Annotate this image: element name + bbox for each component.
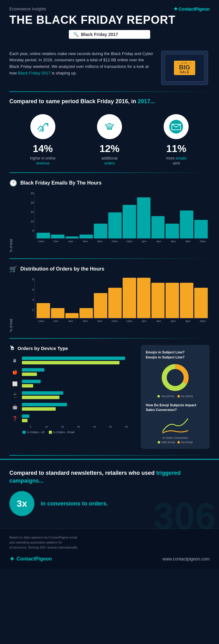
email-x-label-3: 6am — [79, 240, 92, 243]
orders-x-label-2: 4am — [64, 320, 78, 322]
emoji-section: Emojis in Subject Line?Emojis in Subject… — [141, 345, 210, 449]
email-chart-section: 🕐 Black Friday Emails By The Hours % of … — [0, 173, 219, 258]
orders-y-tick-4: 4 — [25, 298, 34, 301]
multiplier-circle: 3x — [9, 491, 34, 516]
search-bar-text: Black Friday 2017 — [81, 32, 118, 37]
footer-url: www.contactpigeon.com — [162, 556, 210, 561]
legend-email-label: % Orders - Email — [53, 431, 75, 434]
intro-text: Each year, online retailers make new rec… — [9, 51, 153, 77]
svg-rect-1 — [38, 130, 40, 132]
intro-highlight: Black Friday 2017 — [18, 71, 50, 75]
orders-bar-10 — [180, 283, 193, 318]
device-bars-0 — [22, 357, 135, 364]
search-bar[interactable]: 🔍 Black Friday 2017 — [69, 30, 150, 39]
device-icon-android: 🤖 — [9, 404, 20, 409]
orders-x-label-1: 2am — [49, 320, 63, 322]
email-bar-8 — [151, 216, 165, 239]
bird-icon: ✦ — [173, 6, 178, 13]
basket-icon — [103, 120, 116, 134]
email-bar-3 — [79, 235, 93, 238]
axis-20: 20 — [54, 425, 70, 428]
orders-bar-1 — [51, 308, 64, 318]
orders-x-label-10: 8pm — [181, 320, 195, 322]
footer: Based on data captured via ContactPigeon… — [0, 529, 219, 569]
email-bar-5 — [108, 212, 122, 238]
orders-y-tick-8: 8 — [25, 278, 34, 281]
sale-word-text: SALE — [177, 70, 192, 74]
email-bar-2 — [65, 236, 79, 238]
y-tick-25: 25 — [25, 192, 34, 195]
orders-bar-6 — [123, 278, 136, 318]
orders-chart-section: 🛒 Distribution of Orders by the Hours % … — [0, 259, 219, 338]
donut-yes: Yes (67%) — [157, 395, 174, 398]
footer-disclaimer: Based on data captured via ContactPigeon… — [9, 535, 210, 550]
orders-x-label-8: 4pm — [152, 320, 166, 322]
email-bar-11 — [194, 220, 208, 239]
laptop-screen: — OUR — BIG SALE — [164, 54, 205, 82]
device-bar-email-2 — [22, 384, 33, 388]
svg-point-13 — [167, 369, 184, 386]
device-bars-3 — [22, 391, 135, 399]
y-tick-5: 5 — [25, 229, 34, 232]
device-icon-iphone: 📱 — [9, 393, 20, 398]
stat-label-revenue: higher in online revenue — [9, 156, 76, 166]
device-bar-all-1 — [22, 368, 44, 372]
axis-0: 0 — [23, 425, 38, 428]
email-x-label-4: 8am — [93, 240, 107, 243]
clock-icon: 🕐 — [9, 179, 17, 187]
device-bar-email-4 — [22, 407, 56, 411]
device-legend: % Orders - All % Orders - Email — [23, 431, 135, 434]
donut-yes-label: Yes (67%) — [161, 395, 174, 398]
orders-bar-4 — [94, 293, 107, 318]
email-x-label-5: 10am — [108, 240, 122, 243]
footer-brand-name: ContactPigeon — [17, 556, 52, 562]
legend-email: % Orders - Email — [49, 431, 75, 434]
orders-x-label-4: 8am — [93, 320, 107, 322]
header-top: Ecommerce Insights ✦ ContactPigeon — [9, 6, 210, 13]
footer-logo: ✦ ContactPigeon — [9, 555, 52, 563]
email-x-label-9: 6pm — [166, 240, 180, 243]
donut-no-label: No (33%) — [181, 395, 193, 398]
orders-y-tick-6: 6 — [25, 288, 34, 291]
orders-x-label-11: 10pm — [196, 320, 210, 322]
device-rows: 🖥🍎⬜📱🤖❓ — [9, 357, 135, 423]
device-row-iphone: 📱 — [9, 391, 135, 399]
triggered-text: Compared to standard newsletters, retail… — [9, 469, 210, 485]
stat-circle-revenue — [30, 114, 55, 139]
axis-30: 30 — [70, 425, 86, 428]
stat-number-orders: 12% — [76, 143, 143, 155]
y-tick-10: 10 — [25, 220, 34, 223]
device-chart-title: 🖱 Orders by Device Type — [9, 345, 135, 352]
horiz-axis: 0 10 20 30 40 50 60 — [23, 425, 135, 428]
sale-box: — OUR — BIG SALE — [174, 61, 195, 75]
email-x-label-11: 10pm — [196, 240, 210, 243]
orders-bar-5 — [108, 288, 122, 318]
footer-bottom: ✦ ContactPigeon www.contactpigeon.com — [9, 555, 210, 563]
device-icon-glyph-2: ⬜ — [12, 381, 18, 386]
email-bar-1 — [51, 235, 64, 238]
orders-x-labels: 12am2am4am6am8am10am12pm2pm4pm6pm8pm10pm — [25, 320, 210, 322]
impact-chart — [146, 416, 205, 434]
device-bar-all-0 — [22, 357, 125, 360]
email-x-label-10: 8pm — [181, 240, 195, 243]
email-chart-title: 🕐 Black Friday Emails By The Hours — [9, 179, 210, 187]
email-bar-4 — [94, 224, 107, 239]
orders-bar-3 — [79, 308, 93, 318]
main-title: THE BLACK FRIDAY REPORT — [9, 14, 210, 26]
svg-rect-2 — [40, 129, 42, 132]
sale-big-text: BIG — [177, 64, 192, 70]
orders-bars-area — [34, 278, 210, 318]
email-x-label-2: 4am — [64, 240, 78, 243]
device-bar-all-5 — [22, 414, 29, 418]
device-icon-glyph-0: 🖥 — [13, 358, 17, 363]
legend-all: % Orders - All — [23, 431, 44, 434]
orders-x-label-7: 2pm — [137, 320, 151, 322]
email-bars-area — [34, 192, 210, 239]
device-chart-left: 🖱 Orders by Device Type 🖥🍎⬜📱🤖❓ 0 10 20 3… — [9, 345, 135, 449]
device-icon-ipad: ⬜ — [9, 381, 20, 386]
device-bar-email-1 — [22, 373, 37, 376]
email-x-labels: 12am2am4am6am8am10am12pm2pm4pm6pm8pm10pm — [25, 240, 210, 243]
donut-legend: Yes (67%) No (33%) — [146, 395, 205, 398]
donut-chart — [146, 363, 205, 392]
email-x-label-0: 12am — [34, 240, 48, 243]
